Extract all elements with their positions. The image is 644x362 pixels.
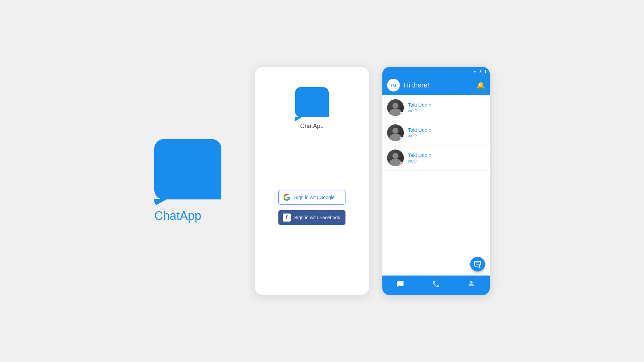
online-indicator-2 [400, 137, 403, 140]
user-avatar: TU [387, 79, 400, 92]
wifi-icon: ▲ [473, 69, 477, 73]
nav-chat-icon[interactable] [396, 280, 404, 290]
google-signin-label: Sign in with Google [294, 195, 335, 200]
message-preview-3: wut? [408, 159, 485, 164]
notification-icon[interactable]: 🔔 [477, 81, 485, 89]
nav-contacts-icon[interactable] [468, 280, 476, 290]
signal-icon: ▲ [479, 69, 482, 73]
fab-icon [474, 260, 481, 268]
battery-icon: ▮ [484, 69, 486, 73]
google-signin-button[interactable]: Sign in with Google [278, 190, 345, 205]
status-bar: ▲ ▲ ▮ [382, 67, 490, 75]
google-icon [283, 193, 291, 201]
chat-item[interactable]: Taki Uddin wut? [382, 95, 490, 120]
contact-avatar-3 [387, 149, 404, 166]
chat-phone-mockup: ▲ ▲ ▮ TU Hi there! 🔔 Taki Uddin wut? [382, 67, 490, 295]
message-preview-1: wut? [408, 108, 485, 113]
contact-avatar-1 [387, 99, 404, 116]
login-brand-name: ChatApp [300, 123, 324, 130]
chat-info-3: Taki Uddin wut? [408, 152, 485, 164]
brand-logo-bubble [154, 139, 221, 199]
nav-call-icon[interactable] [432, 280, 440, 290]
left-branding: ChatApp [154, 139, 221, 223]
bottom-nav [382, 276, 490, 295]
brand-name-left: ChatApp [154, 209, 201, 223]
login-logo-bubble [295, 87, 329, 117]
chat-info-2: Taki Uddin wut? [408, 127, 485, 138]
contact-name-3: Taki Uddin [408, 152, 485, 158]
contact-name-2: Taki Uddin [408, 127, 485, 133]
contact-avatar-2 [387, 124, 404, 141]
contact-name-1: Taki Uddin [408, 102, 485, 108]
facebook-signin-button[interactable]: f Sign in with Facebook [278, 210, 345, 225]
login-phone-mockup: ChatApp Sign in with Google f Sign in wi… [255, 67, 369, 295]
login-logo-container: ChatApp [295, 87, 329, 130]
facebook-signin-label: Sign in with Facebook [294, 215, 340, 220]
login-buttons: Sign in with Google f Sign in with Faceb… [262, 190, 362, 225]
message-preview-2: wut? [408, 133, 485, 138]
app-bar: TU Hi there! 🔔 [382, 75, 490, 95]
fab-new-chat[interactable] [470, 257, 485, 272]
app-bar-title: Hi there! [404, 81, 473, 89]
online-indicator-3 [400, 162, 403, 166]
chat-list: Taki Uddin wut? Taki Uddin wut? Taki Udd… [382, 95, 490, 276]
chat-item-2[interactable]: Taki Uddin wut? [382, 120, 490, 145]
facebook-icon: f [283, 214, 291, 222]
online-indicator-1 [400, 112, 403, 115]
chat-item-3[interactable]: Taki Uddin wut? [382, 145, 490, 171]
chat-info-1: Taki Uddin wut? [408, 102, 485, 113]
